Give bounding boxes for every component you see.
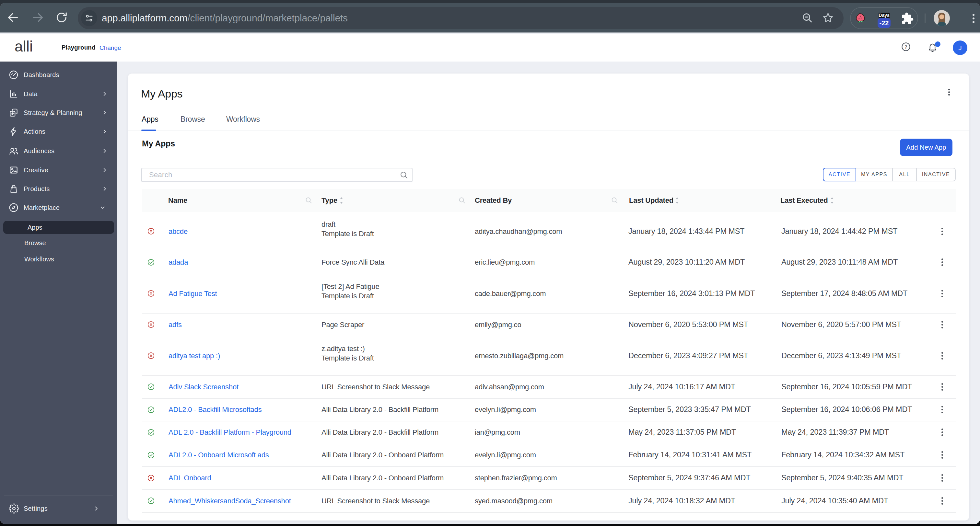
- svg-text:?: ?: [905, 44, 907, 49]
